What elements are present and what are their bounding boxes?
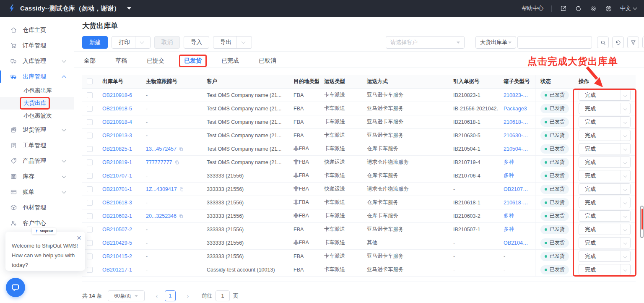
outbound-order-link[interactable]: OB210918-4: [102, 119, 132, 125]
sidebar-item-2[interactable]: 入库管理: [0, 53, 74, 69]
complete-button[interactable]: 完成: [579, 251, 631, 262]
row-checkbox[interactable]: [87, 173, 93, 179]
box-type-link[interactable]: 多种: [504, 172, 514, 179]
tracking-link[interactable]: 1Z...4309417: [146, 186, 177, 192]
row-checkbox[interactable]: [87, 146, 93, 152]
export-button[interactable]: 导出: [213, 36, 252, 49]
new-button[interactable]: 新建: [82, 36, 108, 49]
box-type-link[interactable]: 210618-1-C1: [504, 119, 530, 125]
tab-5[interactable]: 已取消: [259, 57, 276, 65]
copy-icon[interactable]: [179, 146, 184, 152]
row-checkbox[interactable]: [87, 119, 93, 125]
select-all-checkbox[interactable]: [87, 78, 93, 84]
chat-launcher-button[interactable]: [6, 278, 25, 297]
copy-icon[interactable]: [174, 160, 179, 165]
vertical-scrollbar-thumb[interactable]: [640, 206, 644, 238]
tab-3[interactable]: 已发货: [184, 57, 202, 65]
gear-icon[interactable]: [590, 5, 597, 12]
user-icon[interactable]: [605, 5, 612, 12]
sidebar-item-9[interactable]: 产品管理: [0, 153, 74, 169]
row-checkbox[interactable]: [87, 106, 93, 112]
outbound-order-link[interactable]: OB210825-1: [102, 146, 132, 152]
row-checkbox[interactable]: [87, 213, 93, 219]
box-type-link[interactable]: OB210429-5-1: [504, 240, 530, 246]
outbound-order-link[interactable]: OB210819-1: [102, 159, 132, 165]
sidebar-subitem-4[interactable]: 小包裹出库: [0, 84, 74, 97]
complete-button[interactable]: 完成: [579, 130, 631, 141]
row-checkbox[interactable]: [87, 267, 93, 273]
box-type-link[interactable]: 多种: [504, 226, 514, 233]
complete-button[interactable]: 完成: [579, 224, 631, 235]
outbound-order-link[interactable]: OB210429-5: [102, 240, 132, 246]
outbound-order-link[interactable]: OB210918-6: [102, 92, 132, 98]
sidebar-subitem-5[interactable]: 大货出库: [0, 97, 74, 110]
row-checkbox[interactable]: [87, 92, 93, 98]
search-input[interactable]: [521, 39, 588, 46]
reset-button[interactable]: [612, 37, 624, 48]
share-icon[interactable]: [560, 5, 567, 12]
tracking-link[interactable]: 13...4572457: [146, 146, 177, 152]
sidebar-item-12[interactable]: 包材管理: [0, 200, 74, 215]
language-switcher[interactable]: 中文: [620, 5, 636, 12]
warehouse-title[interactable]: Cassidy--测试仓库（勿动，谢谢）: [20, 5, 120, 13]
complete-button[interactable]: 完成: [579, 237, 631, 248]
tab-4[interactable]: 已完成: [221, 57, 239, 65]
sidebar-item-1[interactable]: 订单管理: [0, 38, 74, 53]
sidebar-item-10[interactable]: 库存: [0, 169, 74, 184]
outbound-order-link[interactable]: OB201217-1: [102, 267, 132, 273]
sidebar-subitem-6[interactable]: 小包裹波次: [0, 110, 74, 122]
outbound-order-link[interactable]: OB210618-3: [102, 200, 132, 206]
box-type-link[interactable]: 多种: [504, 212, 514, 219]
complete-button[interactable]: 完成: [579, 116, 631, 128]
page-size-select[interactable]: 60条/页: [108, 290, 145, 301]
row-checkbox[interactable]: [87, 133, 93, 138]
tracking-link[interactable]: 20...3252346: [146, 213, 177, 219]
box-type-link[interactable]: OB210701-1-1: [504, 186, 530, 192]
outbound-order-link[interactable]: OB210707-1: [102, 173, 132, 179]
copy-icon[interactable]: [179, 187, 184, 192]
box-type-link[interactable]: 210504-1-C2: [504, 146, 530, 152]
help-center-link[interactable]: 帮助中心: [522, 5, 543, 12]
outbound-order-link[interactable]: OB210507-2: [102, 227, 132, 232]
tab-0[interactable]: 全部: [84, 57, 96, 65]
complete-button[interactable]: 完成: [579, 103, 631, 114]
sidebar-item-8[interactable]: 工单管理: [0, 138, 74, 153]
sidebar-item-7[interactable]: 退货管理: [0, 122, 74, 138]
outbound-order-link[interactable]: OB210602-1: [102, 213, 132, 219]
goto-page-input[interactable]: [216, 290, 230, 301]
row-checkbox[interactable]: [87, 200, 93, 206]
search-button[interactable]: [597, 37, 609, 48]
outbound-order-link[interactable]: OB210918-5: [102, 106, 132, 112]
warehouse-dropdown-caret-icon[interactable]: [127, 7, 131, 10]
prev-page-button[interactable]: ‹: [154, 293, 160, 299]
import-button[interactable]: 导入: [184, 36, 209, 49]
next-page-button[interactable]: ›: [185, 293, 191, 299]
row-checkbox[interactable]: [87, 240, 93, 246]
page-number-button[interactable]: 1: [165, 290, 176, 301]
close-icon[interactable]: ×: [77, 235, 81, 241]
filter-button[interactable]: [627, 37, 639, 48]
outbound-order-link[interactable]: OB210913-3: [102, 133, 132, 138]
refresh-icon[interactable]: [575, 5, 582, 12]
box-type-link[interactable]: 210618-1-C1: [504, 200, 530, 206]
outbound-order-link[interactable]: OB210415-2: [102, 253, 132, 259]
complete-button[interactable]: 完成: [579, 143, 631, 154]
cancel-button[interactable]: 取消: [154, 36, 180, 49]
box-type-link[interactable]: 210823-1-C1: [504, 92, 530, 98]
tracking-link[interactable]: 777777777: [146, 159, 172, 165]
row-checkbox[interactable]: [87, 227, 93, 232]
tab-2[interactable]: 已提交: [147, 57, 164, 65]
complete-button[interactable]: 完成: [579, 183, 631, 195]
complete-button[interactable]: 完成: [579, 197, 631, 208]
column-settings-button[interactable]: [642, 37, 644, 48]
print-button[interactable]: 打印: [112, 36, 151, 49]
tab-1[interactable]: 草稿: [115, 57, 127, 65]
box-type-link[interactable]: 210630-5-C1: [504, 133, 530, 138]
complete-button[interactable]: 完成: [579, 210, 631, 222]
complete-button[interactable]: 完成: [579, 170, 631, 181]
sidebar-item-0[interactable]: 仓库主页: [0, 22, 74, 38]
sidebar-item-3[interactable]: 出库管理: [0, 69, 74, 84]
box-type-link[interactable]: Package3: [504, 106, 527, 112]
sidebar-item-11[interactable]: 账单: [0, 184, 74, 200]
copy-icon[interactable]: [179, 214, 184, 219]
